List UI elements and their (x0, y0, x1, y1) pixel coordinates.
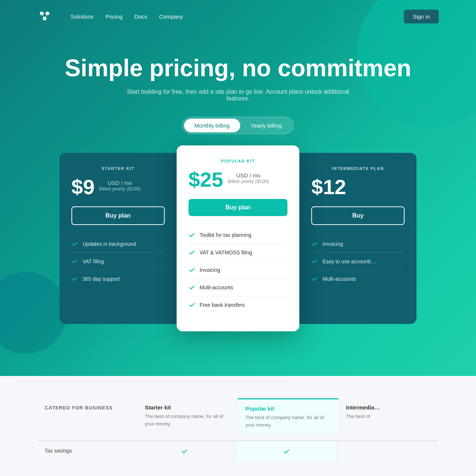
logo[interactable] (37, 9, 52, 24)
starter-price-row: $9 USD / mo Billed yearly ($100) (71, 177, 165, 197)
starter-unit: USD / mo (99, 180, 140, 186)
popular-unit: USD / mo (228, 172, 269, 178)
comparison-popular-col-header: Popular kit The best of company name, fo… (238, 398, 339, 434)
feature-label: VAT filing (83, 258, 104, 264)
list-item: Easy to use accounti… (311, 253, 405, 270)
feature-label: Easy to use accounti… (322, 258, 376, 264)
comparison-starter-col-header: Starter kit The best of company name, fo… (138, 398, 238, 434)
starter-billed: Billed yearly ($100) (99, 186, 140, 192)
list-item: Multi-accounts (311, 270, 405, 287)
list-item: Updates in background (71, 235, 165, 253)
feature-label: Invoicing (322, 241, 343, 247)
feature-label: Free bank transfers (200, 302, 245, 308)
intermediate-features: Invoicing Easy to use accounti… Multi-ac… (311, 235, 405, 287)
starter-col-name: Starter kit (145, 404, 231, 411)
popular-col-name: Popular kit (245, 405, 331, 412)
feature-label: Multi-accounts (322, 276, 356, 282)
monthly-billing-button[interactable]: Monthly billing (184, 119, 240, 132)
intermediate-price-row: $12 (311, 177, 405, 197)
starter-features: Updates in background VAT filing 365 day… (71, 235, 165, 287)
list-item: 365 day support (71, 270, 165, 287)
popular-badge: POPULAR KIT (189, 159, 288, 163)
starter-price: $9 (71, 177, 94, 197)
intermediate-badge: INTERMEDIATE PLAN (311, 166, 405, 171)
feature-label: VAT & VATMOSS filing (200, 250, 252, 255)
nav-links: Solutions Pricing Docs Company (71, 13, 404, 20)
feature-label: 365 day support (83, 276, 120, 282)
list-item: Free bank transfers (189, 296, 288, 313)
pricing-cards: STARTER KIT $9 USD / mo Billed yearly ($… (37, 153, 439, 331)
starter-price-details: USD / mo Billed yearly ($100) (99, 177, 140, 192)
intermediate-col-name: Intermedia… (346, 404, 432, 411)
hero-title: Simple pricing, no commitmen (37, 55, 439, 81)
starter-col-desc: The best of company name, for all of you… (145, 413, 231, 427)
hero-section: Solutions Pricing Docs Company Sign in S… (0, 0, 476, 376)
yearly-billing-button[interactable]: Yearly billing (240, 119, 292, 132)
list-item: VAT & VATMOSS filing (189, 244, 288, 261)
popular-col-desc: The best of company name, for all of you… (245, 414, 331, 428)
catered-label: Catered for business (45, 398, 113, 414)
popular-features: Toolkit for tax planning VAT & VATMOSS f… (189, 226, 288, 313)
popular-plan-card: POPULAR KIT $25 USD / mo Billed yearly (… (177, 145, 300, 331)
starter-plan-card: STARTER KIT $9 USD / mo Billed yearly ($… (60, 153, 177, 324)
nav-solutions[interactable]: Solutions (71, 13, 94, 20)
billing-toggle: Monthly billing Yearly billing (182, 117, 294, 134)
nav-docs[interactable]: Docs (135, 13, 147, 20)
intermediate-col-desc: The best of (346, 413, 432, 420)
tax-starter-cell (134, 441, 235, 462)
intermediate-buy-button[interactable]: Buy (311, 206, 405, 225)
comparison-label-col: Catered for business (37, 398, 138, 434)
intermediate-price: $12 (311, 177, 346, 197)
comparison-section: Catered for business Starter kit The bes… (0, 376, 476, 476)
navbar: Solutions Pricing Docs Company Sign in (0, 0, 476, 33)
comparison-row-tax: Tax savings (37, 441, 439, 462)
starter-badge: STARTER KIT (71, 166, 165, 171)
intermediate-plan-card: INTERMEDIATE PLAN $12 Buy Invoicing Easy… (299, 153, 416, 324)
popular-price-details: USD / mo Billed yearly ($100) (228, 169, 269, 184)
tax-intermediate-cell (337, 441, 439, 462)
list-item: VAT filing (71, 253, 165, 270)
nav-right: Sign in (404, 10, 439, 23)
feature-label: Multi-accounts (200, 284, 233, 290)
nav-company[interactable]: Company (159, 13, 183, 20)
feature-label: Toolkit for tax planning (200, 232, 251, 238)
comparison-header: Catered for business Starter kit The bes… (37, 398, 439, 441)
starter-buy-button[interactable]: Buy plan (71, 206, 165, 225)
popular-price-row: $25 USD / mo Billed yearly ($100) (189, 169, 288, 190)
nav-pricing[interactable]: Pricing (106, 13, 123, 20)
list-item: Invoicing (189, 261, 288, 279)
popular-billed: Billed yearly ($100) (228, 178, 269, 184)
feature-label: Updates in background (83, 241, 136, 247)
list-item: Multi-accounts (189, 279, 288, 296)
hero-subtitle: Start building for free, then add a site… (126, 89, 350, 102)
list-item: Invoicing (311, 235, 405, 253)
comparison-intermediate-col-header: Intermedia… The best of (339, 398, 439, 434)
signin-button[interactable]: Sign in (404, 10, 439, 23)
popular-price: $25 (189, 169, 223, 190)
tax-row-label: Tax savings (37, 441, 134, 462)
tax-popular-cell (235, 441, 338, 462)
hero-content: Simple pricing, no commitmen Start build… (0, 33, 476, 346)
popular-buy-button[interactable]: Buy plan (189, 199, 288, 216)
list-item: Toolkit for tax planning (189, 226, 288, 244)
feature-label: Invoicing (200, 267, 220, 273)
